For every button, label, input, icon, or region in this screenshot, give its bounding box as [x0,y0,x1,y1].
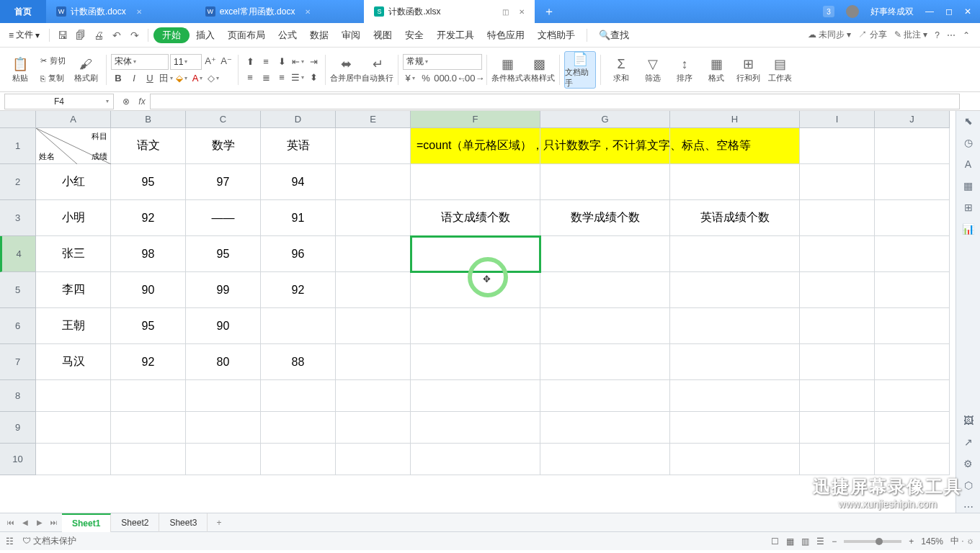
zoom-in-icon[interactable]: + [909,536,914,547]
col-header-D[interactable]: D [261,111,336,128]
cell-I8[interactable] [800,380,875,412]
align-bottom-icon[interactable]: ⬇ [275,55,289,69]
cell-D5[interactable]: 92 [261,272,336,308]
cell-E5[interactable] [336,272,411,308]
align-middle-icon[interactable]: ≡ [259,55,273,69]
select-all-corner[interactable] [0,111,36,128]
cell-C2[interactable]: 97 [186,164,261,200]
cell-H6[interactable] [670,308,800,344]
cell-F4[interactable] [411,236,540,272]
sync-status[interactable]: ☁ 未同步 ▾ [808,29,852,41]
col-header-E[interactable]: E [336,111,411,128]
doc-tab-3[interactable]: S 计数函数.xlsx ◫ ✕ [364,0,535,23]
cell-A4[interactable]: 张三 [36,236,111,272]
cell-E7[interactable] [336,344,411,380]
align-center-icon[interactable]: ≣ [259,71,273,85]
row-header-7[interactable]: 7 [0,344,36,380]
font-size-select[interactable]: 11 [170,54,202,70]
cell-B4[interactable]: 98 [111,236,186,272]
distribute-icon[interactable]: ☰ [290,71,305,85]
cell-A1[interactable]: 科目姓名成绩 [36,128,111,164]
cell-F2[interactable] [411,164,540,200]
cell-H2[interactable] [670,164,800,200]
menu-tab-开始[interactable]: 开始 [153,27,190,43]
avatar[interactable] [846,5,859,18]
file-menu[interactable]: ≡ 文件 ▾ [4,29,44,41]
merge-center-button[interactable]: ⬌合并居中 [330,51,362,89]
conditional-format-button[interactable]: ▦条件格式 [491,51,523,89]
gallery-icon[interactable]: 🖼 [963,415,974,426]
sheet-tab-Sheet1[interactable]: Sheet1 [62,513,111,532]
cell-C9[interactable] [186,412,261,444]
menu-tab-公式[interactable]: 公式 [272,23,303,48]
menu-tab-审阅[interactable]: 审阅 [335,23,367,48]
cell-B7[interactable]: 92 [111,344,186,380]
cell-F9[interactable] [411,412,540,444]
cell-G9[interactable] [540,412,670,444]
cell-F7[interactable] [411,344,540,380]
cell-J1[interactable] [875,128,950,164]
cell-A8[interactable] [36,380,111,412]
cell-D1[interactable]: 英语 [261,128,336,164]
cell-C8[interactable] [186,380,261,412]
filter-button[interactable]: ▽筛选 [637,51,669,89]
cell-G7[interactable] [540,344,670,380]
menu-tab-插入[interactable]: 插入 [190,23,221,48]
cell-G2[interactable] [540,164,670,200]
close-icon[interactable]: ✕ [519,8,525,16]
bold-button[interactable]: B [111,71,125,86]
cell-E9[interactable] [336,412,411,444]
cell-J10[interactable] [875,444,950,475]
view-page-icon[interactable]: ▥ [801,536,809,547]
cell-G3[interactable]: 数学成绩个数 [540,200,670,236]
cell-C7[interactable]: 80 [186,344,261,380]
save-icon[interactable]: 🖫 [55,27,71,43]
zoom-out-icon[interactable]: − [832,536,837,547]
cell-H9[interactable] [670,412,800,444]
add-sheet-button[interactable]: + [209,518,228,528]
cell-I4[interactable] [800,236,875,272]
row-header-3[interactable]: 3 [0,200,36,236]
format-painter-button[interactable]: 🖌格式刷 [70,51,102,89]
cell-F6[interactable] [411,308,540,344]
paste-button[interactable]: 📋粘贴 [4,51,36,89]
collapse-ribbon-icon[interactable]: ⌃ [963,30,970,40]
reading-icon[interactable]: ☰ [816,536,824,547]
cell-A2[interactable]: 小红 [36,164,111,200]
menu-tab-开发工具[interactable]: 开发工具 [430,23,481,48]
cell-D9[interactable] [261,412,336,444]
menu-tab-页面布局[interactable]: 页面布局 [221,23,272,48]
align-top-icon[interactable]: ⬆ [243,55,257,69]
new-tab-button[interactable]: ＋ [535,4,564,19]
cell-D10[interactable] [261,444,336,475]
share-button[interactable]: ↗ 分享 [858,29,886,41]
font-color-button[interactable]: A [190,71,205,86]
currency-icon[interactable]: ¥ [403,71,417,86]
cell-E1[interactable] [336,128,411,164]
cell-D2[interactable]: 94 [261,164,336,200]
col-header-H[interactable]: H [670,111,800,128]
cell-B3[interactable]: 92 [111,200,186,236]
export-icon[interactable]: ↗ [964,436,973,448]
cell-B1[interactable]: 语文 [111,128,186,164]
decrease-font-icon[interactable]: A⁻ [219,54,233,68]
cell-G6[interactable] [540,308,670,344]
table-icon[interactable]: ▦ [963,180,973,192]
cell-H4[interactable] [670,236,800,272]
cell-E4[interactable] [336,236,411,272]
cell-H7[interactable] [670,344,800,380]
dashboard-icon[interactable]: ◷ [964,137,973,148]
row-header-1[interactable]: 1 [0,128,36,164]
indent-right-icon[interactable]: ⇥ [306,55,321,69]
percent-icon[interactable]: % [419,71,433,86]
copy-button[interactable]: ⎘ 复制 [36,71,70,86]
menu-tab-特色应用[interactable]: 特色应用 [481,23,531,48]
cell-D7[interactable]: 88 [261,344,336,380]
zoom-level[interactable]: 145% [921,536,943,547]
apps-icon[interactable]: ⊞ [964,202,973,213]
comment-button[interactable]: ✎ 批注 ▾ [894,29,928,41]
row-header-10[interactable]: 10 [0,444,36,475]
cut-button[interactable]: ✂ 剪切 [36,53,70,69]
more-icon[interactable]: ⋯ [963,501,974,513]
cell-I2[interactable] [800,164,875,200]
